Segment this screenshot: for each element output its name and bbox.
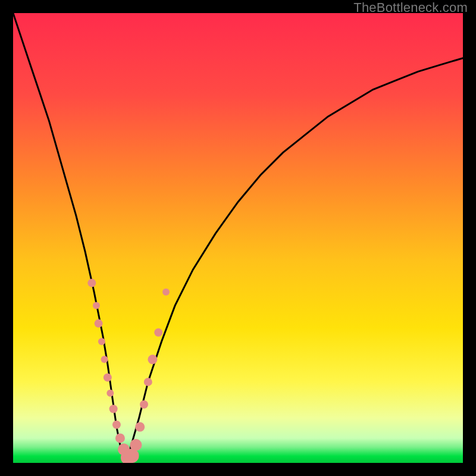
- chart-svg: [13, 13, 463, 463]
- plot-area: [13, 13, 463, 463]
- marker-point: [95, 320, 103, 328]
- marker-point: [115, 433, 125, 443]
- marker-point: [112, 421, 121, 429]
- marker-point: [144, 378, 152, 386]
- marker-point: [140, 400, 148, 409]
- marker-point: [135, 422, 145, 432]
- chart-frame: TheBottleneck.com: [0, 0, 476, 476]
- watermark-text: TheBottleneck.com: [353, 0, 468, 15]
- marker-point: [93, 302, 100, 309]
- marker-point: [109, 405, 118, 413]
- marker-point: [148, 355, 157, 364]
- marker-point: [101, 356, 108, 363]
- marker-point: [107, 390, 114, 397]
- marker-point: [98, 338, 105, 345]
- marker-point: [130, 439, 142, 451]
- marker-point: [162, 289, 170, 296]
- marker-point: [154, 328, 162, 337]
- marker-point: [87, 279, 96, 287]
- marker-point: [104, 373, 112, 381]
